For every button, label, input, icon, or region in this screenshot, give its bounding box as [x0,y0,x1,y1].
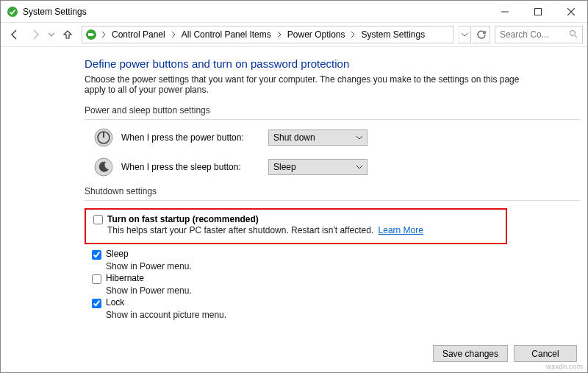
minimize-button[interactable] [488,1,521,22]
fast-startup-title: Turn on fast startup (recommended) [107,213,423,225]
power-options-icon [85,29,97,40]
chevron-down-icon [356,132,362,143]
window-title: System Settings [23,7,87,17]
sleep-button-row: When I press the sleep button: Sleep [93,157,580,177]
search-input[interactable]: Search Co... [495,26,583,43]
button-bar: Save changes Cancel [433,345,577,362]
svg-rect-8 [103,132,104,138]
chevron-right-icon [98,32,109,38]
sleep-checkbox[interactable] [92,250,101,260]
fast-startup-highlight: Turn on fast startup (recommended) This … [85,208,507,244]
power-icon [93,127,114,148]
svg-point-5 [570,30,576,35]
sleep-icon [93,157,114,177]
section-shutdown-heading: Shutdown settings [85,186,580,201]
hibernate-option: Hibernate [92,273,580,284]
svg-point-0 [7,7,18,17]
chevron-down-icon [356,162,362,172]
address-history-button[interactable] [458,26,471,43]
maximize-button[interactable] [521,1,554,22]
hibernate-option-desc: Show in Power menu. [106,285,580,296]
title-bar: System Settings [1,1,587,23]
forward-button[interactable] [26,25,45,44]
app-icon [7,6,18,18]
page-title: Define power buttons and turn on passwor… [85,57,580,70]
recent-locations-button[interactable] [46,25,57,44]
learn-more-link[interactable]: Learn More [379,225,423,235]
page-subtitle: Choose the power settings that you want … [85,74,526,95]
hibernate-checkbox[interactable] [92,274,101,284]
breadcrumb-all-items[interactable]: All Control Panel Items [179,26,274,43]
lock-option-desc: Show in account picture menu. [106,310,580,320]
sleep-action-value: Sleep [273,162,296,172]
fast-startup-checkbox[interactable] [93,215,103,224]
sleep-option-desc: Show in Power menu. [106,261,580,271]
cancel-button[interactable]: Cancel [514,345,577,362]
sleep-button-label: When I press the sleep button: [121,162,268,172]
lock-option: Lock [92,297,580,308]
chevron-right-icon [168,32,179,38]
sleep-option: Sleep [92,249,580,260]
breadcrumb-system-settings[interactable]: System Settings [358,26,428,43]
fast-startup-desc: This helps start your PC faster after sh… [107,225,423,235]
breadcrumb[interactable]: Control Panel All Control Panel Items Po… [82,26,453,43]
chevron-right-icon [348,32,358,38]
up-button[interactable] [58,25,77,44]
lock-checkbox[interactable] [92,299,101,308]
svg-rect-4 [93,34,94,35]
content-area: Define power buttons and turn on passwor… [1,47,587,320]
close-button[interactable] [554,1,587,22]
hibernate-option-title: Hibernate [106,273,144,284]
breadcrumb-power-options[interactable]: Power Options [284,26,348,43]
refresh-button[interactable] [473,26,490,43]
search-icon [569,29,578,40]
sleep-button-action-select[interactable]: Sleep [268,159,368,175]
fast-startup-option: Turn on fast startup (recommended) This … [93,213,501,235]
power-action-value: Shut down [273,132,315,143]
power-button-label: When I press the power button: [121,132,268,143]
search-placeholder: Search Co... [500,29,549,40]
svg-rect-1 [534,8,541,15]
nav-bar: Control Panel All Control Panel Items Po… [1,23,587,46]
section-power-heading: Power and sleep button settings [85,105,580,120]
save-changes-button[interactable]: Save changes [433,345,508,362]
sleep-option-title: Sleep [106,249,129,260]
power-button-action-select[interactable]: Shut down [268,129,368,146]
shutdown-options-list: Sleep Show in Power menu. Hibernate Show… [92,249,580,320]
power-button-row: When I press the power button: Shut down [93,127,580,148]
chevron-right-icon [274,32,284,38]
lock-option-title: Lock [106,297,124,308]
watermark: wsxdn.com [546,363,583,371]
svg-rect-3 [88,33,93,36]
breadcrumb-control-panel[interactable]: Control Panel [109,26,168,43]
back-button[interactable] [5,25,24,44]
